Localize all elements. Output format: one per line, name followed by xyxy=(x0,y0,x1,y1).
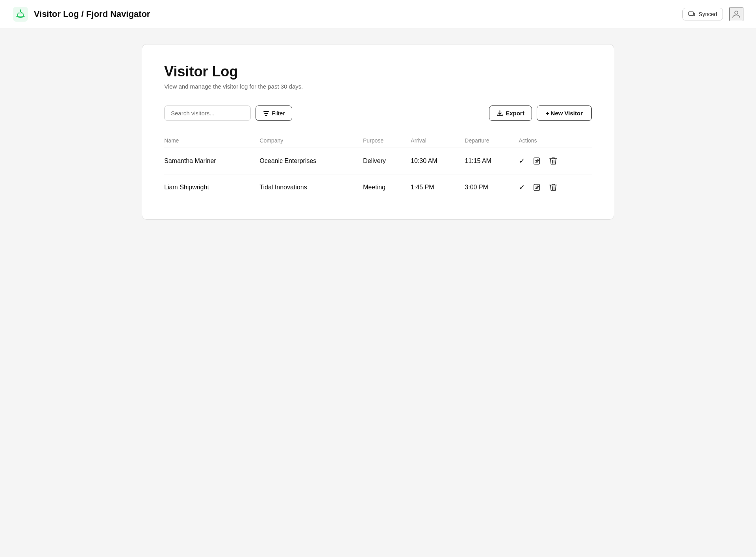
col-company: Company xyxy=(259,133,363,148)
cell-name: Samantha Mariner xyxy=(164,148,259,174)
main-card: Visitor Log View and manage the visitor … xyxy=(142,44,614,220)
visitor-table: Name Company Purpose Arrival Departure A… xyxy=(164,133,592,200)
cell-actions: ✓ xyxy=(519,148,592,174)
col-actions: Actions xyxy=(519,133,592,148)
topbar: Visitor Log / Fjord Navigator Synced xyxy=(0,0,756,28)
user-icon xyxy=(731,9,741,19)
toolbar: Filter Export + New Visitor xyxy=(164,105,592,121)
synced-label: Synced xyxy=(699,11,717,17)
table-row: Samantha Mariner Oceanic Enterprises Del… xyxy=(164,148,592,174)
export-button[interactable]: Export xyxy=(489,105,532,121)
filter-icon xyxy=(263,110,269,117)
cell-departure: 11:15 AM xyxy=(465,148,519,174)
svg-rect-1 xyxy=(689,12,693,15)
delete-icon[interactable] xyxy=(549,183,557,192)
main-content: Visitor Log View and manage the visitor … xyxy=(0,28,756,235)
cell-company: Oceanic Enterprises xyxy=(259,148,363,174)
filter-button[interactable]: Filter xyxy=(256,105,292,121)
toolbar-right: Export + New Visitor xyxy=(489,105,592,121)
cell-departure: 3:00 PM xyxy=(465,174,519,201)
svg-rect-3 xyxy=(534,158,539,164)
page-subtitle: View and manage the visitor log for the … xyxy=(164,83,592,90)
edit-icon[interactable] xyxy=(533,183,541,192)
cell-company: Tidal Innovations xyxy=(259,174,363,201)
new-visitor-button[interactable]: + New Visitor xyxy=(537,105,592,121)
page-title: Visitor Log xyxy=(164,63,592,80)
user-profile-button[interactable] xyxy=(729,7,743,21)
check-icon[interactable]: ✓ xyxy=(519,157,525,165)
edit-icon[interactable] xyxy=(533,157,541,165)
cell-actions: ✓ xyxy=(519,174,592,201)
cell-name: Liam Shipwright xyxy=(164,174,259,201)
topbar-left: Visitor Log / Fjord Navigator xyxy=(13,6,150,22)
table-header-row: Name Company Purpose Arrival Departure A… xyxy=(164,133,592,148)
cell-arrival: 10:30 AM xyxy=(411,148,465,174)
cell-purpose: Meeting xyxy=(363,174,411,201)
table-row: Liam Shipwright Tidal Innovations Meetin… xyxy=(164,174,592,201)
action-icons: ✓ xyxy=(519,157,586,165)
toolbar-left: Filter xyxy=(164,105,292,121)
search-input[interactable] xyxy=(164,105,251,121)
topbar-right: Synced xyxy=(682,7,743,21)
action-icons: ✓ xyxy=(519,183,586,192)
app-icon xyxy=(13,6,28,22)
synced-button[interactable]: Synced xyxy=(682,8,723,20)
col-purpose: Purpose xyxy=(363,133,411,148)
col-name: Name xyxy=(164,133,259,148)
col-arrival: Arrival xyxy=(411,133,465,148)
table-header: Name Company Purpose Arrival Departure A… xyxy=(164,133,592,148)
export-label: Export xyxy=(506,110,524,117)
export-icon xyxy=(497,110,503,117)
sync-icon xyxy=(688,11,695,18)
filter-label: Filter xyxy=(272,110,285,117)
cell-arrival: 1:45 PM xyxy=(411,174,465,201)
delete-icon[interactable] xyxy=(549,157,557,165)
svg-point-2 xyxy=(735,11,738,14)
check-icon[interactable]: ✓ xyxy=(519,183,525,192)
cell-purpose: Delivery xyxy=(363,148,411,174)
table-body: Samantha Mariner Oceanic Enterprises Del… xyxy=(164,148,592,201)
svg-rect-0 xyxy=(13,7,28,22)
svg-rect-4 xyxy=(534,184,539,191)
new-visitor-label: + New Visitor xyxy=(546,110,583,117)
col-departure: Departure xyxy=(465,133,519,148)
app-title: Visitor Log / Fjord Navigator xyxy=(34,9,150,19)
